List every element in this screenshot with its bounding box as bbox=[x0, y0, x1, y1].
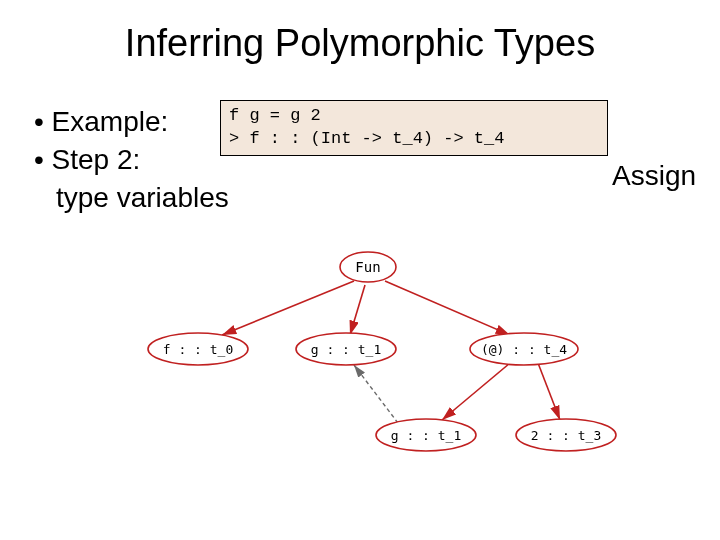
node-two: 2 : : t_3 bbox=[531, 428, 601, 443]
bullet-example: Example: bbox=[34, 106, 244, 138]
code-line-2: > f : : (Int -> t_4) -> t_4 bbox=[229, 129, 504, 148]
bullet-step2-cont: type variables bbox=[34, 182, 244, 214]
code-line-1: f g = g 2 bbox=[229, 106, 321, 125]
svg-line-4 bbox=[538, 363, 560, 420]
type-tree-diagram: Fun f : : t_0 g : : t_1 (@) : : t_4 g : … bbox=[140, 240, 620, 530]
node-app: (@) : : t_4 bbox=[481, 342, 567, 357]
svg-line-1 bbox=[350, 285, 365, 335]
slide-title: Inferring Polymorphic Types bbox=[0, 0, 720, 65]
label-assign: Assign bbox=[612, 160, 696, 192]
svg-line-0 bbox=[222, 281, 354, 335]
code-box: f g = g 2 > f : : (Int -> t_4) -> t_4 bbox=[220, 100, 608, 156]
svg-line-3 bbox=[442, 363, 510, 420]
svg-line-2 bbox=[385, 281, 510, 335]
node-g: g : : t_1 bbox=[311, 342, 381, 357]
node-fun: Fun bbox=[355, 259, 380, 275]
svg-line-5 bbox=[354, 365, 398, 423]
node-g2: g : : t_1 bbox=[391, 428, 461, 443]
bullet-step2: Step 2: bbox=[34, 144, 244, 176]
node-f: f : : t_0 bbox=[163, 342, 233, 357]
